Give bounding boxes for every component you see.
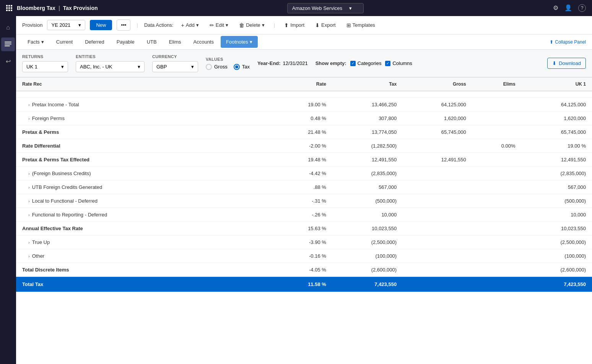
- expand-icon[interactable]: ›: [28, 102, 30, 107]
- new-button[interactable]: New: [90, 20, 112, 30]
- sidebar-list-icon[interactable]: [1, 37, 15, 51]
- tab-footnotes-chevron-icon: ▾: [250, 39, 252, 45]
- data-rate: 19.00 %: [275, 98, 332, 112]
- total-gross: [403, 277, 472, 292]
- import-action[interactable]: ⬆ Import: [281, 20, 307, 30]
- tab-footnotes[interactable]: Footnotes ▾: [221, 36, 258, 48]
- download-icon: ⬇: [552, 60, 556, 66]
- data-tax: (500,000): [332, 194, 403, 208]
- subtotal-gross: [403, 139, 472, 153]
- data-uk1: (100,000): [522, 249, 592, 263]
- expand-icon[interactable]: ›: [28, 116, 30, 121]
- data-tax: (100,000): [332, 249, 403, 263]
- download-button[interactable]: ⬇ Download: [547, 58, 586, 69]
- subtotal-uk1: 10,023,550: [522, 222, 592, 236]
- export-action[interactable]: ⬇ Export: [312, 20, 339, 30]
- data-rate: -4.42 %: [275, 167, 332, 180]
- tab-payable[interactable]: Payable: [111, 36, 140, 48]
- settings-icon[interactable]: ⚙: [553, 4, 558, 12]
- data-label: ›Other: [16, 249, 275, 263]
- chevron-down-icon: ▾: [349, 5, 352, 11]
- sidebar-home-icon[interactable]: ⌂: [1, 21, 15, 34]
- delete-label: Delete: [246, 22, 260, 28]
- tab-utb[interactable]: UTB: [141, 36, 162, 48]
- tab-deferred[interactable]: Deferred: [80, 36, 110, 48]
- columns-check-label: Columns: [392, 60, 412, 66]
- currency-value: GBP: [156, 64, 167, 70]
- returns-select[interactable]: UK 1 ▾: [22, 61, 68, 72]
- user-icon[interactable]: 👤: [564, 4, 572, 12]
- delete-chevron-icon: ▾: [262, 22, 265, 28]
- export-icon: ⬇: [315, 22, 320, 28]
- expand-icon[interactable]: ›: [28, 240, 30, 245]
- help-icon[interactable]: ?: [578, 4, 586, 12]
- add-icon: +: [181, 22, 184, 28]
- grid-icon[interactable]: [6, 5, 12, 11]
- table-row: [16, 91, 592, 98]
- gross-radio[interactable]: Gross: [206, 64, 228, 70]
- currency-chevron-icon: ▾: [191, 64, 194, 70]
- data-tax: 10,000: [332, 208, 403, 222]
- col-tax: Tax: [332, 78, 403, 91]
- add-label: Add: [186, 22, 195, 28]
- data-elims: [472, 112, 522, 125]
- categories-checkbox[interactable]: [350, 61, 356, 66]
- provision-year-value: YE 2021: [51, 22, 70, 28]
- table-row: Pretax & Perms Tax Effected 19.48 % 12,4…: [16, 153, 592, 167]
- expand-icon[interactable]: ›: [28, 254, 30, 258]
- expand-icon[interactable]: ›: [28, 213, 30, 217]
- import-label: Import: [290, 22, 304, 28]
- currency-select[interactable]: GBP ▾: [152, 61, 198, 72]
- entities-filter-label: Entities: [76, 54, 145, 59]
- tab-elims[interactable]: Elims: [164, 36, 187, 48]
- subtotal-elims: [472, 263, 522, 277]
- columns-check-item[interactable]: Columns: [385, 60, 412, 66]
- edit-action[interactable]: ✏ Edit ▾: [207, 20, 231, 30]
- data-uk1: 567,000: [522, 180, 592, 194]
- total-rate: 11.58 %: [275, 277, 332, 292]
- edit-chevron-icon: ▾: [226, 22, 228, 28]
- download-label: Download: [559, 60, 581, 66]
- filters-bar: Returns UK 1 ▾ Entities ABC, Inc. - UK ▾…: [16, 50, 592, 77]
- add-chevron-icon: ▾: [196, 22, 199, 28]
- delete-action[interactable]: 🗑 Delete ▾: [236, 20, 268, 30]
- subtotal-tax: (1,282,500): [332, 139, 403, 153]
- total-elims: [472, 277, 522, 292]
- col-rate-rec: Rate Rec: [16, 78, 275, 91]
- entities-value: ABC, Inc. - UK: [80, 64, 112, 70]
- tab-facts[interactable]: Facts ▾: [22, 36, 49, 48]
- expand-icon[interactable]: ›: [28, 171, 30, 176]
- collapse-panel-button[interactable]: ⬆ Collapse Panel: [550, 39, 586, 45]
- data-tax: (2,500,000): [332, 236, 403, 249]
- categories-check-item[interactable]: Categories: [350, 60, 382, 66]
- add-action[interactable]: + Add ▾: [178, 20, 202, 30]
- show-empty-label: Show empty:: [316, 60, 346, 66]
- templates-action[interactable]: ⊞ Templates: [343, 20, 378, 30]
- data-rate: -0.16 %: [275, 249, 332, 263]
- provision-year-select[interactable]: YE 2021 ▾: [47, 20, 85, 30]
- table-row: ›Other -0.16 % (100,000) (100,000): [16, 249, 592, 263]
- subtotal-tax: 12,491,550: [332, 153, 403, 167]
- yearend-value: 12/31/2021: [283, 60, 308, 66]
- table-container: Rate Rec Rate Tax Gross Elims UK 1 ›Pret…: [16, 77, 592, 364]
- edit-icon: ✏: [210, 22, 214, 28]
- data-rate: .88 %: [275, 180, 332, 194]
- provision-chevron-icon: ▾: [78, 22, 81, 28]
- aws-dropdown[interactable]: Amazon Web Services ▾: [287, 3, 364, 13]
- table-header-row: Rate Rec Rate Tax Gross Elims UK 1: [16, 78, 592, 91]
- columns-checkbox[interactable]: [385, 61, 390, 66]
- more-options-button[interactable]: •••: [117, 20, 130, 31]
- entities-select[interactable]: ABC, Inc. - UK ▾: [76, 61, 145, 72]
- expand-icon[interactable]: ›: [28, 199, 30, 203]
- total-tax: 7,423,550: [332, 277, 403, 292]
- expand-icon[interactable]: ›: [28, 185, 30, 190]
- subtotal-rate: -2.00 %: [275, 139, 332, 153]
- tab-current[interactable]: Current: [51, 36, 78, 48]
- subtotal-uk1: 12,491,550: [522, 153, 592, 167]
- gross-radio-label: Gross: [214, 64, 228, 70]
- tax-radio[interactable]: Tax: [234, 64, 250, 70]
- aws-selector-container: Amazon Web Services ▾: [102, 3, 548, 13]
- subtotal-gross: 65,745,000: [403, 125, 472, 139]
- tab-accounts[interactable]: Accounts: [188, 36, 219, 48]
- sidebar-back-icon[interactable]: ↩: [1, 54, 15, 68]
